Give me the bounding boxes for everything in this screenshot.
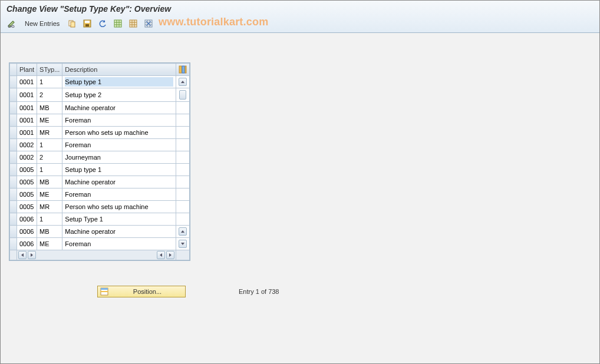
- row-selector[interactable]: [10, 88, 17, 102]
- position-label: Position...: [112, 288, 183, 295]
- plant-field[interactable]: [19, 90, 34, 100]
- desc-field[interactable]: [65, 90, 173, 100]
- styp-field[interactable]: [39, 140, 60, 150]
- svg-rect-5: [85, 21, 90, 23]
- styp-field[interactable]: [39, 77, 60, 87]
- row-selector[interactable]: [10, 226, 17, 238]
- row-selector-header[interactable]: [10, 64, 17, 76]
- scroll-up-button-2[interactable]: [179, 227, 187, 236]
- save-button[interactable]: [80, 18, 94, 29]
- styp-field[interactable]: [39, 190, 60, 199]
- desc-field[interactable]: [65, 239, 173, 249]
- styp-field[interactable]: [39, 227, 60, 236]
- styp-field[interactable]: [39, 115, 60, 125]
- row-selector[interactable]: [10, 238, 17, 250]
- horizontal-scrollbar[interactable]: [17, 250, 176, 260]
- plant-field[interactable]: [19, 239, 34, 249]
- plant-field[interactable]: [19, 115, 34, 125]
- desc-field[interactable]: [65, 227, 173, 236]
- scroll-right-button[interactable]: [28, 251, 36, 259]
- plant-field[interactable]: [19, 214, 34, 224]
- svg-rect-7: [114, 20, 121, 27]
- row-selector[interactable]: [10, 201, 17, 213]
- vertical-scrollbar-cell: [176, 139, 190, 151]
- desc-field[interactable]: [65, 128, 173, 137]
- desc-field[interactable]: [65, 165, 173, 174]
- table-row: [10, 213, 190, 226]
- desc-field[interactable]: [65, 103, 173, 112]
- desc-field[interactable]: [65, 153, 173, 162]
- row-selector[interactable]: [10, 213, 17, 226]
- table-row: [10, 188, 190, 201]
- delete-button[interactable]: [141, 18, 156, 29]
- row-selector[interactable]: [10, 76, 17, 88]
- scroll-left-button[interactable]: [18, 251, 27, 259]
- row-selector[interactable]: [10, 139, 17, 151]
- copy-icon: [68, 19, 76, 28]
- plant-field[interactable]: [19, 77, 34, 87]
- styp-field[interactable]: [39, 177, 60, 187]
- styp-field[interactable]: [39, 214, 60, 224]
- scroll-thumb[interactable]: [179, 90, 186, 100]
- row-selector[interactable]: [10, 127, 17, 139]
- svg-rect-3: [71, 22, 75, 27]
- row-selector[interactable]: [10, 114, 17, 127]
- row-selector[interactable]: [10, 151, 17, 164]
- styp-field[interactable]: [39, 202, 60, 211]
- entry-status: Entry 1 of 738: [239, 288, 279, 295]
- new-entries-button[interactable]: New Entries: [21, 18, 64, 29]
- plant-field[interactable]: [19, 190, 34, 199]
- desc-field[interactable]: [65, 77, 173, 87]
- styp-field[interactable]: [39, 165, 60, 174]
- row-selector[interactable]: [10, 176, 17, 188]
- scroll-up-button[interactable]: [179, 78, 187, 86]
- select-all-button[interactable]: [111, 18, 125, 29]
- desc-field[interactable]: [65, 190, 173, 199]
- col-header-description[interactable]: Description: [62, 64, 176, 76]
- table-row: [10, 164, 190, 176]
- styp-field[interactable]: [39, 153, 60, 162]
- table-row: [10, 176, 190, 188]
- svg-rect-12: [185, 66, 186, 73]
- desc-field[interactable]: [65, 214, 173, 224]
- desc-field[interactable]: [65, 202, 173, 211]
- desc-field[interactable]: [65, 177, 173, 187]
- vertical-scrollbar-cell: [176, 127, 190, 139]
- table-row: [10, 102, 190, 114]
- save-icon: [83, 19, 91, 28]
- undo-button[interactable]: [95, 18, 110, 29]
- toggle-button[interactable]: [4, 18, 19, 29]
- col-header-styp[interactable]: STyp...: [37, 64, 62, 76]
- styp-field[interactable]: [39, 128, 60, 137]
- vertical-scrollbar-cell: [176, 201, 190, 213]
- scroll-left-end-button[interactable]: [157, 251, 165, 259]
- styp-field[interactable]: [39, 103, 60, 112]
- copy-button[interactable]: [65, 18, 79, 29]
- plant-field[interactable]: [19, 227, 34, 236]
- table-row: [10, 139, 190, 151]
- desc-field[interactable]: [65, 115, 173, 125]
- svg-rect-11: [182, 66, 184, 73]
- plant-field[interactable]: [19, 128, 34, 137]
- row-selector[interactable]: [10, 188, 17, 201]
- plant-field[interactable]: [19, 165, 34, 174]
- deselect-all-button[interactable]: [126, 18, 140, 29]
- table-container: Plant STyp... Description: [9, 62, 190, 261]
- plant-field[interactable]: [19, 103, 34, 112]
- configure-columns-button[interactable]: [176, 64, 190, 76]
- scroll-down-button[interactable]: [179, 240, 187, 248]
- col-header-plant[interactable]: Plant: [17, 64, 37, 76]
- row-selector[interactable]: [10, 102, 17, 114]
- row-selector[interactable]: [10, 164, 17, 176]
- styp-field[interactable]: [39, 90, 60, 100]
- plant-field[interactable]: [19, 140, 34, 150]
- header-area: Change View "Setup Type Key": Overview N…: [1, 1, 599, 33]
- plant-field[interactable]: [19, 153, 34, 162]
- svg-rect-8: [130, 20, 137, 27]
- plant-field[interactable]: [19, 177, 34, 187]
- position-button[interactable]: Position...: [97, 286, 186, 297]
- desc-field[interactable]: [65, 140, 173, 150]
- styp-field[interactable]: [39, 239, 60, 249]
- scroll-right-end-button[interactable]: [166, 251, 174, 259]
- plant-field[interactable]: [19, 202, 34, 211]
